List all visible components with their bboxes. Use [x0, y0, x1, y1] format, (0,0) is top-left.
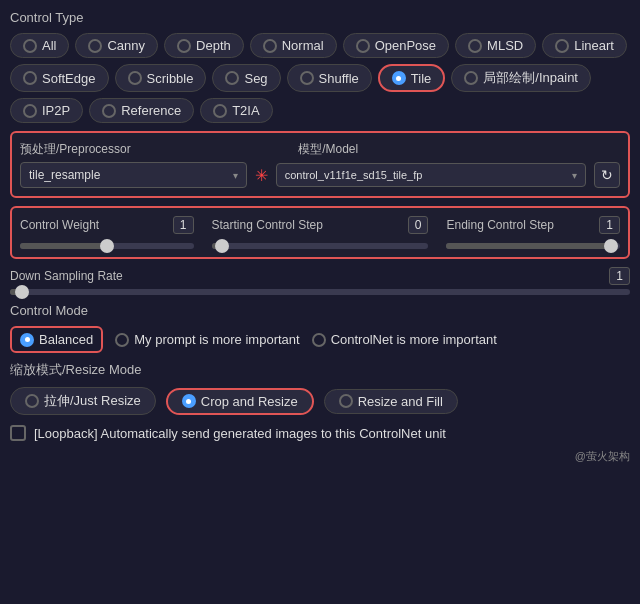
option-lineart[interactable]: Lineart [542, 33, 627, 58]
option-reference[interactable]: Reference [89, 98, 194, 123]
control-type-label: Control Type [10, 10, 630, 25]
radio-prompt [115, 333, 129, 347]
radio-softedge [23, 71, 37, 85]
radio-lineart [555, 39, 569, 53]
radio-mlsd [468, 39, 482, 53]
preprocessor-select[interactable]: tile_resample ▾ [20, 162, 247, 188]
option-ip2p[interactable]: IP2P [10, 98, 83, 123]
radio-reference [102, 104, 116, 118]
radio-shuffle [300, 71, 314, 85]
radio-controlnet [312, 333, 326, 347]
mode-balanced[interactable]: Balanced [10, 326, 103, 353]
row-labels: 预处理/Preprocessor 模型/Model [20, 141, 620, 158]
control-mode-label: Control Mode [10, 303, 630, 318]
option-shuffle[interactable]: Shuffle [287, 64, 372, 92]
radio-crop-resize [182, 394, 196, 408]
resize-crop-resize[interactable]: Crop and Resize [166, 388, 314, 415]
control-weight-item: Control Weight 1 [20, 216, 194, 249]
control-sliders-box: Control Weight 1 Starting Control Step 0… [10, 206, 630, 259]
starting-step-thumb[interactable] [215, 239, 229, 253]
mode-prompt[interactable]: My prompt is more important [115, 332, 299, 347]
ds-header: Down Sampling Rate 1 [10, 267, 630, 285]
starting-step-header: Starting Control Step 0 [212, 216, 429, 234]
sliders-row: Control Weight 1 Starting Control Step 0… [20, 216, 620, 249]
radio-just-resize [25, 394, 39, 408]
mode-controlnet[interactable]: ControlNet is more important [312, 332, 497, 347]
preprocessor-model-row: 预处理/Preprocessor 模型/Model tile_resample … [10, 131, 630, 198]
resize-mode-label: 缩放模式/Resize Mode [10, 361, 630, 379]
resize-fill[interactable]: Resize and Fill [324, 389, 458, 414]
option-normal[interactable]: Normal [250, 33, 337, 58]
loopback-row: [Loopback] Automatically send generated … [10, 425, 630, 441]
ending-step-fill [446, 243, 611, 249]
preprocessor-label: 预处理/Preprocessor [20, 141, 288, 158]
control-weight-fill [20, 243, 107, 249]
resize-options: 拉伸/Just Resize Crop and Resize Resize an… [10, 387, 630, 415]
loopback-label: [Loopback] Automatically send generated … [34, 426, 446, 441]
option-depth[interactable]: Depth [164, 33, 244, 58]
starting-step-item: Starting Control Step 0 [212, 216, 429, 249]
model-select[interactable]: control_v11f1e_sd15_tile_fp ▾ [276, 163, 586, 187]
model-label: 模型/Model [298, 141, 620, 158]
radio-all [23, 39, 37, 53]
radio-openpose [356, 39, 370, 53]
radio-inpaint [464, 71, 478, 85]
model-chevron-icon: ▾ [572, 170, 577, 181]
control-weight-header: Control Weight 1 [20, 216, 194, 234]
ds-track[interactable] [10, 289, 630, 295]
radio-ip2p [23, 104, 37, 118]
option-mlsd[interactable]: MLSD [455, 33, 536, 58]
ending-step-thumb[interactable] [604, 239, 618, 253]
chevron-down-icon: ▾ [233, 170, 238, 181]
starting-step-track[interactable] [212, 243, 429, 249]
ending-step-value: 1 [599, 216, 620, 234]
option-openpose[interactable]: OpenPose [343, 33, 449, 58]
radio-seg [225, 71, 239, 85]
radio-balanced [20, 333, 34, 347]
resize-just-resize[interactable]: 拉伸/Just Resize [10, 387, 156, 415]
radio-scribble [128, 71, 142, 85]
option-canny[interactable]: Canny [75, 33, 158, 58]
resize-mode-section: 缩放模式/Resize Mode 拉伸/Just Resize Crop and… [10, 361, 630, 415]
radio-normal [263, 39, 277, 53]
option-seg[interactable]: Seg [212, 64, 280, 92]
watermark: @萤火架构 [10, 449, 630, 464]
control-weight-track[interactable] [20, 243, 194, 249]
select-row: tile_resample ▾ ✳ control_v11f1e_sd15_ti… [20, 162, 620, 188]
option-inpaint[interactable]: 局部绘制/Inpaint [451, 64, 591, 92]
control-mode-options: Balanced My prompt is more important Con… [10, 326, 630, 353]
option-scribble[interactable]: Scribble [115, 64, 207, 92]
control-mode-section: Control Mode Balanced My prompt is more … [10, 303, 630, 353]
option-tile[interactable]: Tile [378, 64, 445, 92]
radio-canny [88, 39, 102, 53]
radio-tile [392, 71, 406, 85]
star-icon: ✳ [255, 166, 268, 185]
ds-thumb[interactable] [15, 285, 29, 299]
radio-t2ia [213, 104, 227, 118]
control-type-options: All Canny Depth Normal OpenPose MLSD Lin… [10, 33, 630, 123]
ending-step-header: Ending Control Step 1 [446, 216, 620, 234]
starting-step-label: Starting Control Step [212, 218, 323, 232]
ending-step-track[interactable] [446, 243, 620, 249]
control-weight-thumb[interactable] [100, 239, 114, 253]
ds-label: Down Sampling Rate [10, 269, 123, 283]
ending-step-item: Ending Control Step 1 [446, 216, 620, 249]
ds-value: 1 [609, 267, 630, 285]
control-weight-value: 1 [173, 216, 194, 234]
option-all[interactable]: All [10, 33, 69, 58]
radio-resize-fill [339, 394, 353, 408]
loopback-checkbox[interactable] [10, 425, 26, 441]
radio-depth [177, 39, 191, 53]
option-softedge[interactable]: SoftEdge [10, 64, 109, 92]
control-weight-label: Control Weight [20, 218, 99, 232]
down-sampling-row: Down Sampling Rate 1 [10, 267, 630, 295]
control-type-section: Control Type All Canny Depth Normal Open… [10, 10, 630, 123]
option-t2ia[interactable]: T2IA [200, 98, 272, 123]
refresh-button[interactable]: ↻ [594, 162, 620, 188]
ending-step-label: Ending Control Step [446, 218, 553, 232]
starting-step-value: 0 [408, 216, 429, 234]
